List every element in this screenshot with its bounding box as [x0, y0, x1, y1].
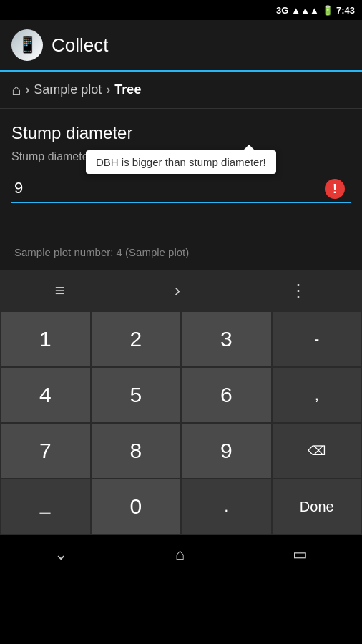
breadcrumb-chevron-1: › — [25, 82, 29, 97]
back-icon: ⌄ — [54, 545, 67, 564]
app-icon: 📱 — [11, 29, 43, 61]
breadcrumb-tree[interactable]: Tree — [114, 82, 141, 97]
nav-home-button[interactable]: ⌂ — [154, 538, 206, 571]
key-space[interactable]: ＿ — [0, 479, 91, 535]
key-backspace[interactable]: ⌫ — [272, 423, 363, 479]
key-done[interactable]: Done — [272, 479, 363, 535]
key-0[interactable]: 0 — [91, 479, 182, 535]
signal-indicator: 3G — [276, 5, 288, 16]
nav-back-button[interactable]: ⌄ — [33, 538, 89, 571]
input-container: ! — [11, 175, 351, 203]
app-title: Collect — [52, 34, 108, 57]
key-7[interactable]: 7 — [0, 423, 91, 479]
home-icon[interactable]: ⌂ — [11, 81, 21, 99]
key-4[interactable]: 4 — [0, 367, 91, 423]
bottom-toolbar: ≡ › ⋮ — [0, 270, 362, 311]
next-button[interactable]: › — [157, 273, 197, 308]
main-content: Stump diameter Stump diameter (mm) ! DBH… — [0, 109, 362, 270]
stump-diameter-input[interactable] — [11, 175, 351, 203]
breadcrumb-sample-plot[interactable]: Sample plot — [34, 82, 102, 97]
key-row-4: ＿ 0 . Done — [0, 479, 362, 535]
keyboard: 1 2 3 - 4 5 6 , 7 8 9 ⌫ ＿ 0 . Done — [0, 311, 362, 535]
key-9[interactable]: 9 — [181, 423, 272, 479]
signal-icon: ▲▲▲ — [291, 5, 319, 16]
error-icon: ! — [325, 179, 345, 199]
key-row-1: 1 2 3 - — [0, 311, 362, 367]
list-button[interactable]: ≡ — [38, 273, 82, 308]
clock: 7:43 — [336, 5, 355, 16]
home-nav-icon: ⌂ — [175, 545, 185, 564]
key-1[interactable]: 1 — [0, 311, 91, 367]
breadcrumb-chevron-2: › — [106, 82, 110, 97]
more-icon: ⋮ — [290, 280, 307, 301]
key-3[interactable]: 3 — [181, 311, 272, 367]
more-button[interactable]: ⋮ — [273, 273, 324, 308]
battery-icon: 🔋 — [322, 5, 333, 16]
status-bar: 3G ▲▲▲ 🔋 7:43 — [0, 0, 362, 20]
key-row-2: 4 5 6 , — [0, 367, 362, 423]
key-6[interactable]: 6 — [181, 367, 272, 423]
nav-bar: ⌄ ⌂ ▭ — [0, 535, 362, 575]
error-tooltip: DBH is bigger than stump diameter! — [86, 150, 276, 174]
key-8[interactable]: 8 — [91, 423, 182, 479]
app-bar: 📱 Collect — [0, 20, 362, 72]
breadcrumb: ⌂ › Sample plot › Tree — [0, 72, 362, 109]
key-period[interactable]: . — [181, 479, 272, 535]
sample-info: Sample plot number: 4 (Sample plot) — [11, 246, 351, 258]
nav-recents-button[interactable]: ▭ — [271, 538, 329, 571]
list-icon: ≡ — [55, 280, 65, 301]
key-comma[interactable]: , — [272, 367, 363, 423]
key-minus[interactable]: - — [272, 311, 363, 367]
next-icon: › — [175, 280, 180, 301]
field-title: Stump diameter — [11, 123, 351, 143]
recents-icon: ▭ — [293, 545, 308, 564]
key-2[interactable]: 2 — [91, 311, 182, 367]
key-row-3: 7 8 9 ⌫ — [0, 423, 362, 479]
key-5[interactable]: 5 — [91, 367, 182, 423]
